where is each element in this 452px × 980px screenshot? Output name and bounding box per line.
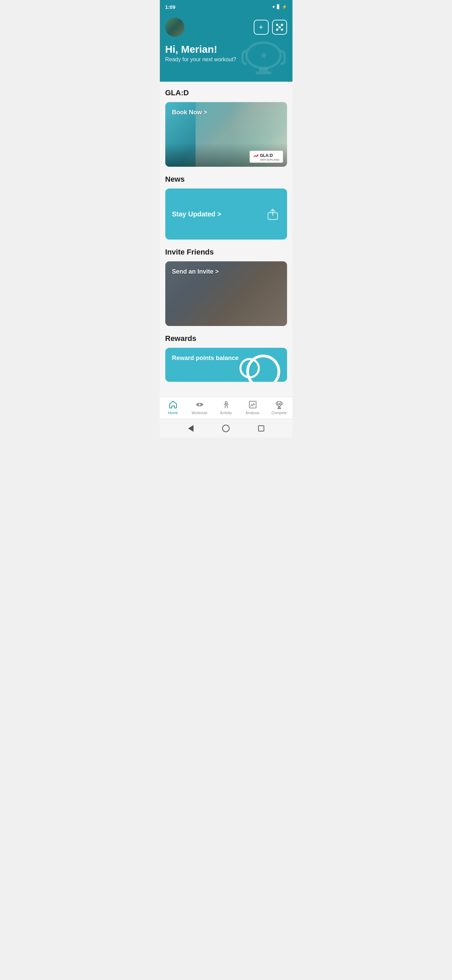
- header-actions: +: [254, 20, 287, 35]
- trophy-decoration: ★: [241, 41, 286, 80]
- recents-button[interactable]: [256, 423, 266, 434]
- battery-icon: ⚡: [282, 5, 287, 9]
- news-card-label: Stay Updated >: [172, 210, 221, 218]
- signal-icon: ▊: [277, 5, 280, 9]
- header-top: +: [165, 18, 287, 37]
- rewards-card[interactable]: Reward points balance: [165, 348, 287, 382]
- news-section: News Stay Updated >: [165, 175, 287, 240]
- svg-text:★: ★: [278, 403, 281, 405]
- analysis-icon: [248, 400, 257, 409]
- avatar[interactable]: [165, 18, 184, 37]
- glad-bird-icon: [253, 154, 259, 159]
- nav-item-activity[interactable]: Activity: [216, 400, 236, 415]
- nav-label-compete: Compete: [271, 411, 287, 415]
- invite-label: Send an Invite >: [172, 268, 219, 275]
- bottom-nav: Home Workouts Activity: [160, 397, 292, 419]
- home-gesture-icon: [222, 425, 230, 432]
- svg-point-7: [225, 401, 227, 404]
- status-time: 1:09: [165, 4, 176, 10]
- wifi-icon: ▾: [273, 4, 275, 10]
- rewards-circle-small: [239, 358, 260, 379]
- recents-icon: [258, 425, 264, 431]
- nav-label-home: Home: [168, 411, 178, 415]
- nav-item-home[interactable]: Home: [163, 400, 183, 415]
- svg-rect-2: [259, 68, 268, 72]
- svg-rect-3: [256, 72, 271, 74]
- add-button[interactable]: +: [254, 20, 269, 35]
- qr-button[interactable]: [272, 20, 287, 35]
- nav-item-workouts[interactable]: Workouts: [189, 400, 210, 415]
- svg-rect-10: [278, 408, 281, 409]
- home-gesture-button[interactable]: [221, 423, 231, 434]
- nav-label-analysis: Analysis: [246, 411, 260, 415]
- nav-label-activity: Activity: [220, 411, 232, 415]
- nav-item-analysis[interactable]: Analysis: [243, 400, 263, 415]
- home-icon: [168, 400, 178, 409]
- news-title: News: [165, 175, 287, 184]
- invite-title: Invite Friends: [165, 248, 287, 256]
- invite-section: Invite Friends Send an Invite >: [165, 248, 287, 326]
- share-icon: [265, 207, 280, 221]
- glad-section: GLA:D Book Now > GLA:D SWITZERLAND: [165, 89, 287, 167]
- nav-item-compete[interactable]: ★ Compete: [269, 400, 289, 415]
- glad-title: GLA:D: [165, 89, 287, 97]
- rewards-title: Rewards: [165, 334, 287, 343]
- back-button[interactable]: [186, 423, 196, 434]
- glad-logo: GLA:D SWITZERLAND: [250, 151, 282, 163]
- news-card[interactable]: Stay Updated >: [165, 189, 287, 240]
- qr-icon: [276, 24, 283, 30]
- trophy-icon: ★: [241, 41, 286, 78]
- status-icons: ▾ ▊ ⚡: [273, 4, 287, 10]
- svg-text:★: ★: [259, 50, 268, 60]
- status-bar: 1:09 ▾ ▊ ⚡: [160, 0, 292, 14]
- gesture-bar: [160, 419, 292, 438]
- glad-book-label: Book Now >: [172, 109, 208, 116]
- main-content: GLA:D Book Now > GLA:D SWITZERLAND: [160, 82, 292, 397]
- compete-icon: ★: [274, 400, 284, 409]
- svg-rect-8: [249, 401, 256, 408]
- header: + Hi, Merian! Ready for your next wo: [160, 14, 292, 82]
- glad-logo-text: GLA:D: [260, 153, 273, 158]
- rewards-section: Rewards Reward points balance: [165, 334, 287, 382]
- invite-card[interactable]: Send an Invite >: [165, 261, 287, 326]
- back-icon: [188, 425, 193, 432]
- activity-icon: [221, 400, 231, 409]
- glad-logo-sub: SWITZERLAND: [260, 158, 279, 161]
- rewards-card-label: Reward points balance: [172, 355, 239, 361]
- workouts-icon: [195, 400, 205, 409]
- glad-card[interactable]: Book Now > GLA:D SWITZERLAND: [165, 102, 287, 167]
- nav-label-workouts: Workouts: [192, 411, 207, 415]
- plus-icon: +: [259, 24, 263, 31]
